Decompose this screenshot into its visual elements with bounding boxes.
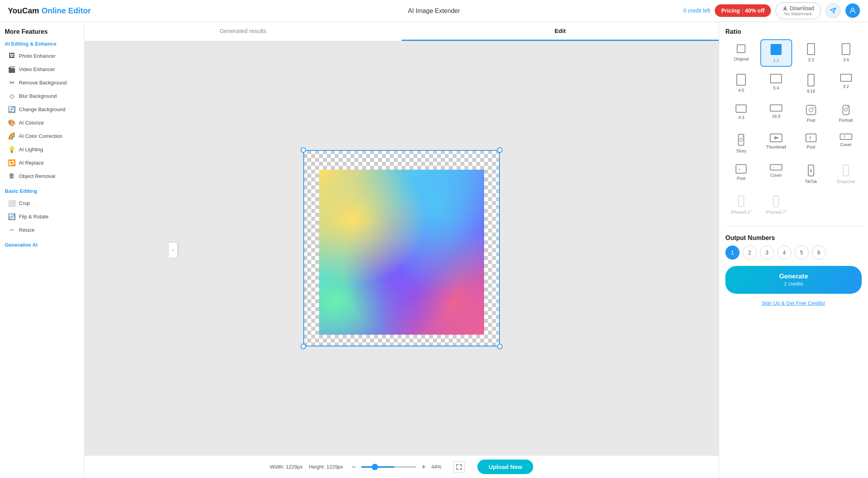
sidebar-item-label: Photo Enhancer xyxy=(19,53,55,59)
sidebar-item-ai-colorize[interactable]: 🎨 AI Colorize xyxy=(5,116,79,129)
ratio-iphone61[interactable]: iPhone6.1" xyxy=(725,191,757,218)
sidebar-item-ai-color-correction[interactable]: 🌈 AI Color Correction xyxy=(5,129,79,143)
svg-point-15 xyxy=(844,108,848,111)
ratio-5-4[interactable]: 5:4 xyxy=(760,70,792,97)
output-num-5[interactable]: 5 xyxy=(795,245,809,260)
ratio-4-5[interactable]: 4:5 xyxy=(725,70,757,97)
ratio-tw-cover[interactable]: Cover xyxy=(760,160,792,188)
photo-enhancer-icon: 🖼 xyxy=(8,52,16,60)
ratio-tw-post[interactable]: Post xyxy=(725,160,757,188)
svg-rect-26 xyxy=(736,165,746,173)
svg-point-0 xyxy=(851,8,854,11)
user-avatar[interactable] xyxy=(845,3,860,18)
sidebar-category-ai: AI Editing & Enhance xyxy=(5,41,79,47)
handle-top-left[interactable] xyxy=(301,147,306,153)
ratio-snapchat[interactable]: Snapchat xyxy=(830,160,862,188)
sidebar-item-remove-background[interactable]: ✂ Remove Background xyxy=(5,76,79,89)
ratio-5-4-icon xyxy=(770,74,782,83)
ratio-3-4[interactable]: 3:4 xyxy=(830,39,862,67)
sidebar-item-object-removal[interactable]: 🗑 Object Removal xyxy=(5,169,79,183)
output-section: Output Numbers 1 2 3 4 5 6 xyxy=(725,234,862,260)
ratio-4-5-label: 4:5 xyxy=(738,88,744,93)
output-num-3[interactable]: 3 xyxy=(760,245,774,260)
ratio-fb-cover[interactable]: f Cover xyxy=(830,130,862,157)
zoom-in-button[interactable]: + xyxy=(419,463,428,471)
svg-point-19 xyxy=(742,136,743,137)
sidebar: More Features AI Editing & Enhance 🖼 Pho… xyxy=(0,22,84,478)
main-area: ‹ Generated results Edit xyxy=(84,22,719,478)
iphone61-label: iPhone6.1" xyxy=(731,210,752,214)
ratio-thumbnail[interactable]: Thumbnail xyxy=(760,130,792,157)
upload-new-button[interactable]: Upload New xyxy=(477,460,533,474)
handle-bottom-left[interactable] xyxy=(301,344,306,349)
ratio-16-9-icon xyxy=(770,104,782,112)
ratio-3-2[interactable]: 3:2 xyxy=(830,70,862,97)
sidebar-item-blur-background[interactable]: ◇ Blur Background xyxy=(5,89,79,103)
sidebar-item-label: Object Removal xyxy=(19,173,55,179)
canvas-image-content xyxy=(319,170,484,335)
generate-button[interactable]: Generate 2 credits xyxy=(725,266,862,294)
output-numbers: 1 2 3 4 5 6 xyxy=(725,245,862,260)
download-button[interactable]: Download No Watermark xyxy=(776,2,821,20)
sidebar-item-ai-lighting[interactable]: 💡 AI Lighting xyxy=(5,143,79,156)
fullscreen-button[interactable] xyxy=(453,461,465,473)
sidebar-item-resize[interactable]: ↔ Resize xyxy=(5,223,79,236)
object-removal-icon: 🗑 xyxy=(8,172,16,180)
ratio-2-3[interactable]: 2:3 xyxy=(795,39,827,67)
output-num-1[interactable]: 1 xyxy=(725,245,740,260)
signup-link[interactable]: Sign Up & Get Free Credits! xyxy=(725,300,862,306)
svg-rect-27 xyxy=(770,165,782,170)
tw-post-icon xyxy=(736,164,747,174)
ratio-ig-portrait[interactable]: Portrait xyxy=(830,101,862,126)
tiktok-label: TikTok xyxy=(805,179,817,184)
story-label: Story xyxy=(736,148,747,153)
ratio-5-4-label: 5:4 xyxy=(773,86,779,90)
sidebar-item-crop[interactable]: ⬜ Crop xyxy=(5,196,79,210)
sidebar-item-photo-enhancer[interactable]: 🖼 Photo Enhancer xyxy=(5,49,79,62)
svg-rect-24 xyxy=(840,134,852,139)
handle-top-right[interactable] xyxy=(497,147,503,153)
ratio-1-1[interactable]: 1:1 xyxy=(760,39,792,67)
height-label: Height: 1229px xyxy=(309,464,343,470)
svg-rect-33 xyxy=(775,196,777,197)
sidebar-item-change-background[interactable]: 🔄 Change Background xyxy=(5,103,79,116)
ratio-section: Ratio Original 1:1 xyxy=(725,28,862,218)
tw-cover-label: Cover xyxy=(770,173,782,178)
ratio-9-16[interactable]: 9:16 xyxy=(795,70,827,97)
ratio-original[interactable]: Original xyxy=(725,39,757,67)
sidebar-item-video-enhancer[interactable]: 🎬 Video Enhancer xyxy=(5,62,79,76)
sidebar-category-basic: Basic Editing xyxy=(5,188,79,194)
output-num-6[interactable]: 6 xyxy=(812,245,826,260)
tab-generated-results[interactable]: Generated results xyxy=(84,22,402,41)
download-label: Download xyxy=(782,5,814,12)
ratio-4-3[interactable]: 4:3 xyxy=(725,101,757,126)
output-numbers-title: Output Numbers xyxy=(725,234,862,242)
ig-portrait-label: Portrait xyxy=(839,118,853,123)
ratio-iphone67[interactable]: iPhone6.7" xyxy=(760,191,792,218)
logo: YouCam Online Editor xyxy=(8,6,91,15)
zoom-slider[interactable] xyxy=(361,466,416,468)
tw-post-label: Post xyxy=(737,176,745,181)
output-num-2[interactable]: 2 xyxy=(743,245,757,260)
handle-bottom-right[interactable] xyxy=(497,344,503,349)
ratio-ig-post[interactable]: Post xyxy=(795,101,827,126)
tiktok-icon xyxy=(807,164,815,177)
sidebar-collapse-button[interactable]: ‹ xyxy=(169,242,178,258)
output-num-4[interactable]: 4 xyxy=(777,245,791,260)
ratio-story[interactable]: Story xyxy=(725,130,757,157)
svg-rect-9 xyxy=(736,105,746,112)
canvas-container[interactable] xyxy=(84,41,719,455)
pricing-button[interactable]: Pricing 40% off xyxy=(715,4,771,17)
ratio-16-9[interactable]: 16:9 xyxy=(760,101,792,126)
sidebar-item-ai-replace[interactable]: 🔁 AI Replace xyxy=(5,156,79,169)
ratio-tiktok[interactable]: TikTok xyxy=(795,160,827,188)
tab-edit[interactable]: Edit xyxy=(402,22,719,41)
sidebar-item-flip-rotate[interactable]: 🔃 Flip & Rotate xyxy=(5,210,79,223)
zoom-out-button[interactable]: − xyxy=(349,463,358,471)
ratio-fb-post[interactable]: f Post xyxy=(795,130,827,157)
svg-point-13 xyxy=(813,107,814,108)
ratio-1-1-icon xyxy=(770,43,782,56)
sidebar-item-label: Resize xyxy=(19,227,35,233)
ratio-4-5-icon xyxy=(736,74,746,86)
share-button[interactable] xyxy=(826,3,840,18)
